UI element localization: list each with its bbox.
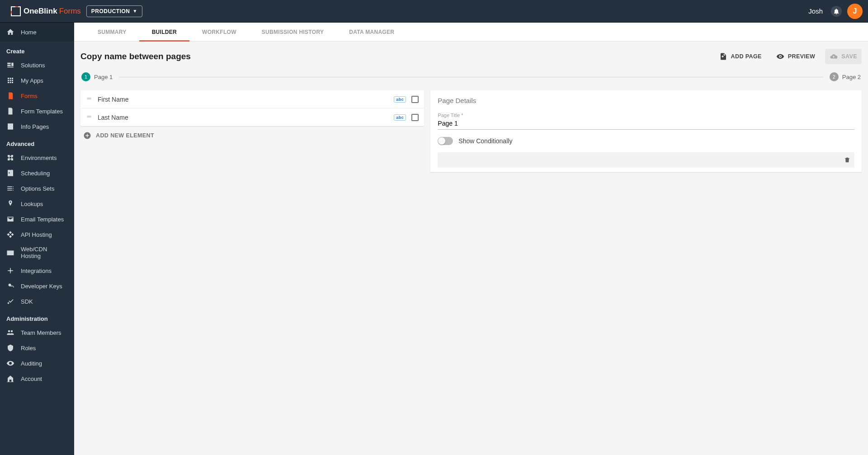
sdk-icon — [6, 297, 14, 305]
sidebar-item-scheduling[interactable]: Scheduling — [0, 165, 74, 181]
element-type-badge: abc — [394, 114, 406, 121]
email-icon — [6, 215, 14, 223]
caret-down-icon: ▼ — [132, 9, 137, 14]
delete-icon[interactable] — [844, 156, 851, 164]
pages-row: 1Page 12Page 2 — [81, 72, 861, 81]
elements-list: First NameabcLast Nameabc — [80, 90, 424, 126]
sidebar-item-developer-keys[interactable]: Developer Keys — [0, 278, 74, 294]
drag-handle-icon[interactable] — [86, 113, 92, 121]
cdn-icon — [6, 249, 14, 257]
forms-icon — [6, 92, 14, 100]
sidebar-item-label: Web/CDN Hosting — [21, 246, 68, 259]
sidebar-item-label: Options Sets — [21, 185, 54, 192]
sched-icon — [6, 169, 14, 177]
sidebar-item-forms[interactable]: Forms — [0, 88, 74, 103]
sidebar-item-environments[interactable]: Environments — [0, 150, 74, 165]
add-page-button[interactable]: ADD PAGE — [715, 49, 766, 64]
sidebar: Home CreateSolutionsMy AppsFormsForm Tem… — [0, 23, 74, 455]
environment-dropdown[interactable]: PRODUCTION ▼ — [86, 5, 142, 17]
user-name: Josh — [808, 7, 823, 15]
sidebar-item-solutions[interactable]: Solutions — [0, 57, 74, 73]
sidebar-item-info-pages[interactable]: Info Pages — [0, 119, 74, 134]
cloud-upload-icon — [830, 52, 838, 61]
page-title: Copy name between pages — [80, 52, 191, 61]
tabs: SUMMARYBUILDERWORKFLOWSUBMISSION HISTORY… — [74, 23, 868, 42]
roles-icon — [6, 344, 14, 352]
sidebar-item-label: Integrations — [21, 267, 52, 274]
sidebar-item-label: Developer Keys — [21, 283, 62, 290]
api-icon — [6, 230, 14, 239]
template-icon — [6, 107, 14, 115]
page-label: Page 1 — [94, 74, 113, 80]
sidebar-item-label: Solutions — [21, 62, 45, 69]
page-divider — [119, 77, 823, 77]
page-actions-strip — [438, 152, 854, 168]
sidebar-item-account[interactable]: Account — [0, 371, 74, 386]
element-label: Last Name — [98, 114, 388, 121]
notifications-icon[interactable] — [831, 6, 842, 17]
sidebar-item-sdk[interactable]: SDK — [0, 294, 74, 309]
sidebar-item-label: Home — [21, 29, 37, 36]
environment-label: PRODUCTION — [91, 8, 130, 14]
sidebar-item-label: Roles — [21, 345, 36, 352]
tab-workflow[interactable]: WORKFLOW — [189, 23, 249, 41]
avatar[interactable]: J — [847, 4, 863, 19]
title-row: Copy name between pages ADD PAGE PREVIEW… — [80, 49, 862, 64]
info-icon — [6, 122, 14, 131]
sidebar-item-label: API Hosting — [21, 231, 52, 238]
sidebar-item-integrations[interactable]: Integrations — [0, 263, 74, 278]
sidebar-item-label: Account — [21, 375, 42, 382]
solutions-icon — [6, 61, 14, 69]
logo-mark-icon — [11, 6, 21, 16]
sidebar-item-web-cdn-hosting[interactable]: Web/CDN Hosting — [0, 242, 74, 263]
save-button: SAVE — [825, 49, 862, 64]
tab-data-manager[interactable]: DATA MANAGER — [336, 23, 407, 41]
sidebar-item-label: Lookups — [21, 201, 43, 207]
sidebar-item-email-templates[interactable]: Email Templates — [0, 211, 74, 227]
page-pill-2[interactable]: 2Page 2 — [830, 72, 861, 81]
sidebar-item-label: Form Templates — [21, 108, 63, 115]
team-icon — [6, 328, 14, 337]
env-icon — [6, 154, 14, 162]
sidebar-item-team-members[interactable]: Team Members — [0, 325, 74, 340]
sidebar-item-auditing[interactable]: Auditing — [0, 356, 74, 371]
element-row[interactable]: First Nameabc — [80, 90, 424, 108]
drag-handle-icon[interactable] — [86, 95, 92, 103]
brand-logo[interactable]: OneBlinkForms — [11, 6, 81, 16]
add-element-button[interactable]: ADD NEW ELEMENT — [80, 126, 424, 145]
tab-submission-history[interactable]: SUBMISSION HISTORY — [249, 23, 336, 41]
int-icon — [6, 267, 14, 275]
tab-builder[interactable]: BUILDER — [139, 23, 189, 41]
top-bar: OneBlinkForms PRODUCTION ▼ Josh J — [0, 0, 868, 23]
show-conditionally-toggle[interactable] — [438, 137, 453, 145]
account-icon — [6, 375, 14, 383]
content: Copy name between pages ADD PAGE PREVIEW… — [74, 42, 868, 455]
sidebar-section-heading: Advanced — [0, 134, 74, 150]
sidebar-item-label: Team Members — [21, 329, 61, 336]
sidebar-item-options-sets[interactable]: Options Sets — [0, 181, 74, 196]
preview-button[interactable]: PREVIEW — [772, 49, 820, 64]
sidebar-item-label: Environments — [21, 155, 57, 161]
main: SUMMARYBUILDERWORKFLOWSUBMISSION HISTORY… — [74, 23, 868, 455]
audit-icon — [6, 359, 14, 367]
page-label: Page 2 — [842, 74, 861, 80]
sidebar-item-my-apps[interactable]: My Apps — [0, 73, 74, 88]
element-row[interactable]: Last Nameabc — [80, 108, 424, 126]
sidebar-item-label: Forms — [21, 93, 38, 99]
sidebar-item-form-templates[interactable]: Form Templates — [0, 103, 74, 119]
element-checkbox[interactable] — [411, 114, 419, 121]
element-type-badge: abc — [394, 96, 406, 103]
eye-icon — [776, 52, 784, 61]
sidebar-item-lookups[interactable]: Lookups — [0, 196, 74, 211]
page-pill-1[interactable]: 1Page 1 — [81, 72, 113, 81]
sidebar-item-roles[interactable]: Roles — [0, 340, 74, 356]
page-title-input[interactable] — [438, 118, 854, 130]
tab-summary[interactable]: SUMMARY — [85, 23, 139, 41]
lookups-icon — [6, 200, 14, 208]
element-checkbox[interactable] — [411, 96, 419, 103]
sidebar-item-label: SDK — [21, 298, 33, 305]
sidebar-item-home[interactable]: Home — [0, 23, 74, 42]
sidebar-item-api-hosting[interactable]: API Hosting — [0, 227, 74, 242]
sidebar-section-heading: Administration — [0, 309, 74, 325]
svg-rect-1 — [9, 173, 9, 174]
